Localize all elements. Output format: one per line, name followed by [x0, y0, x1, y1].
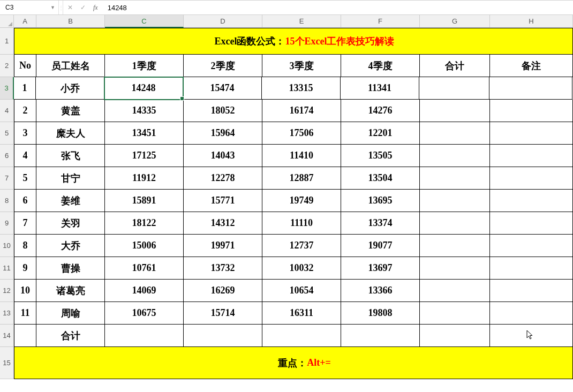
- row-header-15[interactable]: 15: [0, 347, 14, 379]
- cell-q4[interactable]: 13374: [341, 212, 420, 235]
- header-sum[interactable]: 合计: [420, 55, 490, 77]
- cell-q2[interactable]: 15714: [184, 302, 262, 325]
- cell-q2[interactable]: 15964: [184, 122, 262, 145]
- cell-sum[interactable]: [419, 77, 489, 100]
- row-header-4[interactable]: 4: [0, 100, 14, 122]
- cell-name[interactable]: 周喻: [36, 302, 105, 325]
- cell-sum[interactable]: [420, 145, 490, 167]
- cell-note[interactable]: [490, 212, 573, 235]
- header-q3[interactable]: 3季度: [262, 55, 341, 77]
- cell-no[interactable]: 6: [14, 190, 36, 212]
- cell-q2[interactable]: 13732: [184, 257, 262, 280]
- row-header-2[interactable]: 2: [0, 55, 14, 77]
- cell-q1[interactable]: 14069: [105, 280, 184, 302]
- cell-sum[interactable]: [420, 235, 490, 257]
- totals-sum[interactable]: [420, 325, 490, 347]
- col-header-A[interactable]: A: [14, 15, 36, 27]
- cell-q2[interactable]: 18052: [184, 100, 262, 122]
- cell-note[interactable]: [490, 100, 573, 122]
- cell-q4[interactable]: 13695: [341, 190, 420, 212]
- title-cell[interactable]: Excel函数公式：15个Excel工作表技巧解读: [36, 28, 572, 55]
- enter-icon[interactable]: ✓: [80, 4, 86, 11]
- cell-q1[interactable]: 13451: [105, 122, 184, 145]
- cell-q4[interactable]: 13505: [341, 145, 420, 167]
- cell-q4[interactable]: 14276: [341, 100, 420, 122]
- cell-q1[interactable]: 17125: [105, 145, 184, 167]
- cell-q2[interactable]: 15474: [183, 77, 262, 100]
- col-header-F[interactable]: F: [341, 15, 420, 27]
- dropdown-arrow-icon[interactable]: ▼: [50, 5, 55, 10]
- cell-note[interactable]: [490, 122, 573, 145]
- cell-no[interactable]: 1: [13, 77, 36, 100]
- row-header-6[interactable]: 6: [0, 145, 14, 167]
- title-cell[interactable]: [14, 28, 36, 55]
- cell-q2[interactable]: 14043: [184, 145, 262, 167]
- totals-q3[interactable]: [262, 325, 341, 347]
- cell-no[interactable]: 7: [14, 212, 36, 235]
- cell-q3[interactable]: 12737: [262, 235, 341, 257]
- totals-no[interactable]: [14, 325, 36, 347]
- cell-sum[interactable]: [420, 257, 490, 280]
- name-box[interactable]: C3 ▼: [0, 1, 59, 14]
- cell-q2[interactable]: 19971: [184, 235, 262, 257]
- cell-q2[interactable]: 12278: [184, 167, 262, 190]
- cell-q1[interactable]: 15891: [105, 190, 184, 212]
- cell-q3[interactable]: 16174: [262, 100, 341, 122]
- cell-sum[interactable]: [420, 280, 490, 302]
- totals-q2[interactable]: [184, 325, 262, 347]
- row-header-3[interactable]: 3: [0, 77, 14, 100]
- cell-note[interactable]: [490, 302, 573, 325]
- row-header-10[interactable]: 10: [0, 235, 14, 257]
- cell-q3[interactable]: 10032: [262, 257, 341, 280]
- cell-no[interactable]: 3: [14, 122, 36, 145]
- separator-grip[interactable]: ⋮: [59, 1, 63, 14]
- cell-no[interactable]: 4: [14, 145, 36, 167]
- cell-sum[interactable]: [420, 212, 490, 235]
- cell-q1[interactable]: 15006: [105, 235, 184, 257]
- cell-name[interactable]: 小乔: [36, 77, 104, 100]
- cell-sum[interactable]: [420, 122, 490, 145]
- cell-q1[interactable]: 18122: [105, 212, 184, 235]
- cell-q3[interactable]: 17506: [262, 122, 341, 145]
- cell-no[interactable]: 10: [14, 280, 36, 302]
- cell-note[interactable]: [490, 167, 573, 190]
- cell-q4[interactable]: 11341: [341, 77, 419, 100]
- cell-note[interactable]: [490, 235, 573, 257]
- cell-sum[interactable]: [420, 190, 490, 212]
- cell-sum[interactable]: [420, 100, 490, 122]
- cell-name[interactable]: 张飞: [36, 145, 105, 167]
- cell-no[interactable]: 9: [14, 257, 36, 280]
- header-q1[interactable]: 1季度: [105, 55, 184, 77]
- cell-note[interactable]: [489, 77, 572, 100]
- cell-q4[interactable]: 13697: [341, 257, 420, 280]
- header-q4[interactable]: 4季度: [341, 55, 420, 77]
- cell-name[interactable]: 诸葛亮: [36, 280, 105, 302]
- footer-cell[interactable]: 重点：Alt+=: [36, 347, 572, 379]
- cell-name[interactable]: 糜夫人: [36, 122, 105, 145]
- cell-note[interactable]: [490, 257, 573, 280]
- cell-q2[interactable]: 14312: [184, 212, 262, 235]
- cell-name[interactable]: 黄盖: [36, 100, 105, 122]
- cell-q4[interactable]: 13366: [341, 280, 420, 302]
- cell-q2[interactable]: 16269: [184, 280, 262, 302]
- cell-no[interactable]: 8: [14, 235, 36, 257]
- cell-q3[interactable]: 19749: [262, 190, 341, 212]
- cell-q1[interactable]: 14248: [104, 77, 183, 100]
- totals-q4[interactable]: [341, 325, 420, 347]
- col-header-H[interactable]: H: [490, 15, 573, 27]
- cell-q3[interactable]: 11410: [262, 145, 341, 167]
- row-header-1[interactable]: 1: [0, 28, 14, 55]
- row-header-5[interactable]: 5: [0, 122, 14, 145]
- row-header-7[interactable]: 7: [0, 167, 14, 190]
- cell-q3[interactable]: 16311: [262, 302, 341, 325]
- col-header-B[interactable]: B: [36, 15, 105, 27]
- totals-note[interactable]: [490, 325, 573, 347]
- cancel-icon[interactable]: ✕: [67, 4, 73, 11]
- cell-no[interactable]: 2: [14, 100, 36, 122]
- cell-note[interactable]: [490, 280, 573, 302]
- cell-no[interactable]: 11: [14, 302, 36, 325]
- cell-no[interactable]: 5: [14, 167, 36, 190]
- header-q2[interactable]: 2季度: [184, 55, 262, 77]
- cell-name[interactable]: 关羽: [36, 212, 105, 235]
- row-header-13[interactable]: 13: [0, 302, 14, 325]
